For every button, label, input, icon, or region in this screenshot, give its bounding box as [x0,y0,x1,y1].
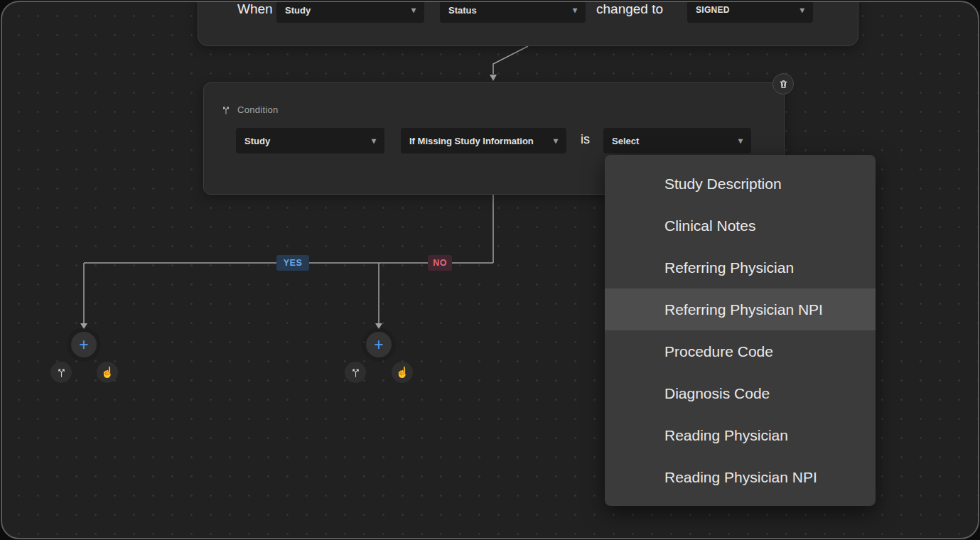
hand-icon: ☝ [396,366,409,379]
condition-entity-dropdown[interactable]: Study ▾ [236,128,384,153]
plus-icon: + [79,335,88,355]
trigger-field-dropdown[interactable]: Status ▾ [440,1,586,23]
condition-field-value: If Missing Study Information [409,136,534,146]
plus-icon: + [374,335,383,355]
condition-entity-value: Study [244,136,270,146]
menu-item-reading-physician[interactable]: Reading Physician [605,414,876,456]
add-node-button-yes[interactable]: + [71,332,97,357]
menu-item-referring-physician-npi[interactable]: Referring Physician NPI [605,288,876,330]
trigger-entity-value: Study [285,5,311,16]
branch-icon [221,105,231,115]
yes-branch-label: YES [276,255,309,271]
delete-node-button[interactable] [772,73,794,94]
condition-title: Condition [237,104,279,115]
branch-icon [56,367,67,378]
chevron-down-icon: ▾ [554,136,558,146]
trigger-status-value: SIGNED [696,5,730,15]
select-dropdown-menu: Study Description Clinical Notes Referri… [605,155,876,506]
menu-item-reading-physician-npi[interactable]: Reading Physician NPI [605,456,876,498]
branch-icon [350,367,361,378]
chevron-down-icon: ▾ [573,5,577,15]
chevron-down-icon: ▾ [411,5,416,15]
condition-field-dropdown[interactable]: If Missing Study Information ▾ [401,128,566,153]
menu-item-referring-physician[interactable]: Referring Physician [605,247,876,288]
add-action-button-no[interactable]: ☝ [392,362,413,383]
add-condition-button-yes[interactable] [50,362,72,383]
workflow-canvas: When Study ▾ Status ▾ changed to SIGNED … [1,1,979,539]
condition-value-placeholder: Select [612,136,639,146]
condition-value-dropdown[interactable]: Select ▾ [603,128,751,153]
add-condition-button-no[interactable] [345,362,366,383]
changed-to-label: changed to [596,1,663,17]
add-node-button-no[interactable]: + [366,332,392,357]
trash-icon [778,79,789,90]
trigger-status-dropdown[interactable]: SIGNED ▾ [687,1,813,23]
no-branch-label: NO [428,255,452,271]
chevron-down-icon: ▾ [738,136,743,146]
menu-item-clinical-notes[interactable]: Clinical Notes [605,205,876,247]
menu-item-procedure-code[interactable]: Procedure Code [605,330,876,372]
menu-item-diagnosis-code[interactable]: Diagnosis Code [605,372,876,414]
add-action-button-yes[interactable]: ☝ [97,362,118,383]
trigger-entity-dropdown[interactable]: Study ▾ [276,1,424,23]
trigger-field-value: Status [448,5,477,16]
trigger-node: When Study ▾ Status ▾ changed to SIGNED … [198,1,858,46]
menu-item-study-description[interactable]: Study Description [605,163,876,205]
is-label: is [581,132,590,147]
when-label: When [237,1,273,17]
chevron-down-icon: ▾ [800,5,804,15]
chevron-down-icon: ▾ [372,136,376,146]
hand-icon: ☝ [101,366,114,379]
